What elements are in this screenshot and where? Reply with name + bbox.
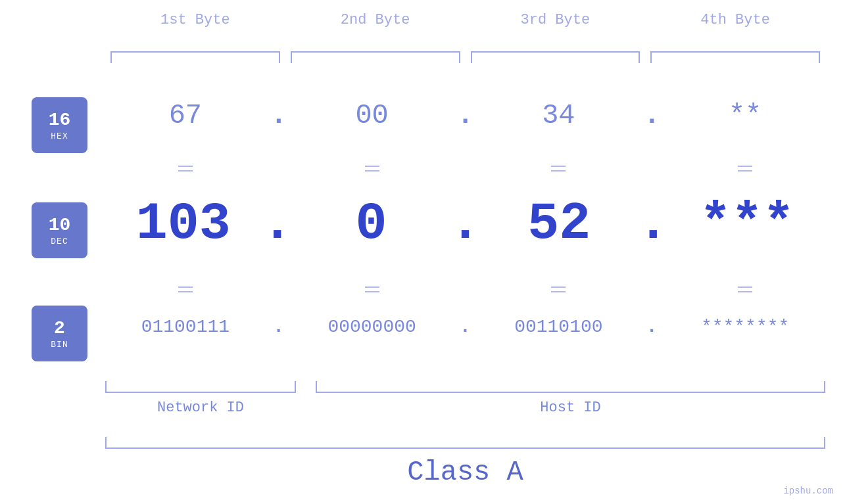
bin-badge-number: 2 — [54, 317, 65, 340]
dec-byte2-cell: 0 — [293, 194, 450, 254]
eq-byte3 — [479, 163, 639, 179]
dec-dot1: . — [262, 194, 293, 254]
dec-byte2-value: 0 — [356, 194, 387, 254]
dec-dot2: . — [449, 194, 481, 254]
col-header-byte4: 4th Byte — [645, 12, 825, 28]
dec-byte3-value: 52 — [527, 194, 591, 254]
equals-row-hex-dec — [105, 163, 825, 179]
eq2-byte4 — [665, 284, 825, 300]
bin-byte2-value: 00000000 — [327, 317, 416, 337]
bracket-byte4 — [650, 51, 820, 63]
hex-byte2-cell: 00 — [292, 100, 452, 131]
dec-value-row: 103 . 0 . 52 . *** — [105, 194, 825, 254]
main-container: 16 HEX 10 DEC 2 BIN 1st Byte 2nd Byte 3r… — [0, 0, 845, 504]
bin-byte4-cell: ******** — [665, 317, 825, 337]
dec-byte4-value: *** — [700, 194, 794, 254]
eq2-byte2 — [292, 284, 452, 300]
hex-byte4-cell: ** — [665, 100, 825, 131]
hex-value-row: 67 . 00 . 34 . ** — [105, 100, 825, 131]
hex-dot2: . — [452, 100, 479, 131]
dec-badge-label: DEC — [51, 237, 68, 246]
dec-badge: 10 DEC — [32, 202, 87, 258]
bin-byte2-cell: 00000000 — [292, 317, 452, 337]
watermark: ipshu.com — [783, 486, 833, 496]
bracket-byte3 — [471, 51, 640, 63]
hex-dot1: . — [266, 100, 292, 131]
eq2-byte1 — [105, 284, 266, 300]
col-header-byte2: 2nd Byte — [285, 12, 466, 28]
hex-byte1-cell: 67 — [105, 100, 266, 131]
hex-byte3-cell: 34 — [479, 100, 639, 131]
bin-byte1-cell: 01100111 — [105, 317, 266, 337]
hex-badge-label: HEX — [51, 131, 68, 141]
hex-badge-number: 16 — [49, 109, 71, 131]
bin-dot3: . — [639, 317, 665, 337]
bin-dot2: . — [452, 317, 479, 337]
bottom-bracket-host — [316, 381, 825, 393]
dec-byte1-value: 103 — [136, 194, 231, 254]
bin-value-row: 01100111 . 00000000 . 00110100 . *******… — [105, 317, 825, 337]
bracket-byte2 — [291, 51, 460, 63]
bin-badge: 2 BIN — [32, 306, 87, 361]
hex-byte1-value: 67 — [169, 100, 202, 131]
bin-byte1-value: 01100111 — [141, 317, 229, 337]
col-header-byte3: 3rd Byte — [466, 12, 646, 28]
bin-byte3-cell: 00110100 — [479, 317, 639, 337]
dec-badge-number: 10 — [49, 214, 71, 237]
hex-dot3: . — [639, 100, 665, 131]
host-id-label: Host ID — [316, 400, 825, 416]
eq2-byte3 — [479, 284, 639, 300]
bracket-byte1 — [110, 51, 280, 63]
dec-byte4-cell: *** — [669, 194, 825, 254]
class-label: Class A — [105, 457, 825, 488]
eq-byte1 — [105, 163, 266, 179]
mega-bracket — [105, 437, 825, 449]
equals-row-dec-bin — [105, 284, 825, 300]
eq-byte4 — [665, 163, 825, 179]
dec-dot3: . — [637, 194, 669, 254]
eq-byte2 — [292, 163, 452, 179]
hex-byte4-value: ** — [729, 100, 761, 131]
top-bracket-row — [105, 51, 825, 63]
hex-byte2-value: 00 — [355, 100, 388, 131]
column-headers: 1st Byte 2nd Byte 3rd Byte 4th Byte — [105, 12, 825, 28]
hex-byte3-value: 34 — [542, 100, 575, 131]
bin-dot1: . — [266, 317, 292, 337]
bin-byte3-value: 00110100 — [514, 317, 602, 337]
bottom-bracket-network — [105, 381, 296, 393]
dec-byte1-cell: 103 — [105, 194, 262, 254]
col-header-byte1: 1st Byte — [105, 12, 285, 28]
network-id-label: Network ID — [105, 400, 296, 416]
bin-badge-label: BIN — [51, 340, 68, 350]
hex-badge: 16 HEX — [32, 97, 87, 153]
bin-byte4-value: ******** — [701, 317, 789, 337]
dec-byte3-cell: 52 — [481, 194, 638, 254]
